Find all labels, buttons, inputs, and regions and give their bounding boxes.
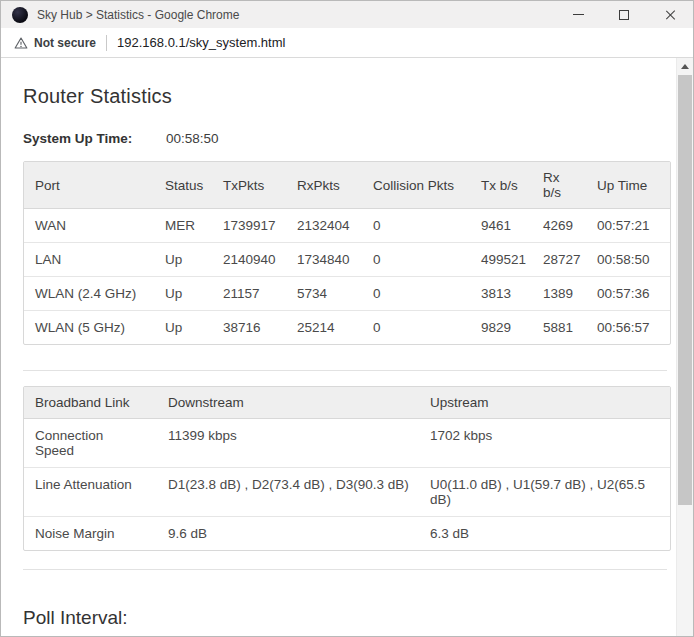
poll-interval-title: Poll Interval: (23, 607, 667, 629)
column-header-broadband-link: Broadband Link (24, 387, 157, 419)
scrollbar-thumb[interactable] (678, 75, 692, 505)
scroll-up-button[interactable] (677, 58, 693, 75)
not-secure-chip[interactable]: Not secure (14, 36, 96, 50)
table-row-wlan5: WLAN (5 GHz) Up 38716 25214 0 9829 5881 … (24, 311, 670, 344)
cell: 6.3 dB (419, 517, 670, 550)
cell: 00:57:21 (586, 209, 670, 243)
section-divider (23, 569, 667, 570)
system-up-time-value: 00:58:50 (166, 131, 219, 146)
cell: MER (154, 209, 212, 243)
cell: Up (154, 311, 212, 344)
table-row-wan: WAN MER 1739917 2132404 0 9461 4269 00:5… (24, 209, 670, 243)
cell: 4269 (532, 209, 586, 243)
section-divider (23, 370, 667, 371)
cell: 00:56:57 (586, 311, 670, 344)
close-button[interactable] (647, 1, 693, 28)
row-label: LAN (24, 243, 154, 277)
cell: 21157 (212, 277, 286, 311)
table-row-lan: LAN Up 2140940 1734840 0 499521 28727 00… (24, 243, 670, 277)
cell: 25214 (286, 311, 362, 344)
port-table-header-row: Port Status TxPkts RxPkts Collision Pkts… (24, 162, 670, 209)
table-row-connection-speed: Connection Speed 11399 kbps 1702 kbps (24, 419, 670, 468)
window-titlebar[interactable]: Sky Hub > Statistics - Google Chrome (1, 1, 693, 28)
row-label: WLAN (5 GHz) (24, 311, 154, 344)
column-header-status: Status (154, 162, 212, 209)
window-title: Sky Hub > Statistics - Google Chrome (37, 8, 555, 22)
browser-window: Sky Hub > Statistics - Google Chrome Not… (0, 0, 694, 637)
cell: 1734840 (286, 243, 362, 277)
maximize-button[interactable] (601, 1, 647, 28)
row-label: Noise Margin (24, 517, 157, 550)
cell: D1(23.8 dB) , D2(73.4 dB) , D3(90.3 dB) (157, 468, 419, 517)
broadband-table-header-row: Broadband Link Downstream Upstream (24, 387, 670, 419)
cell: 0 (362, 209, 470, 243)
column-header-uptime: Up Time (586, 162, 670, 209)
cell: 3813 (470, 277, 532, 311)
column-header-upstream: Upstream (419, 387, 670, 419)
cell: 1389 (532, 277, 586, 311)
cell: 9461 (470, 209, 532, 243)
system-up-time-label: System Up Time: (23, 131, 132, 146)
cell: 0 (362, 311, 470, 344)
cell: 1702 kbps (419, 419, 670, 468)
cell: 9.6 dB (157, 517, 419, 550)
maximize-icon (619, 10, 629, 20)
cell: 2140940 (212, 243, 286, 277)
cell: Up (154, 277, 212, 311)
cell: 28727 (532, 243, 586, 277)
cell: 0 (362, 277, 470, 311)
address-bar: Not secure 192.168.0.1/sky_system.html (1, 28, 693, 58)
column-header-port: Port (24, 162, 154, 209)
cell: 0 (362, 243, 470, 277)
cell: 5881 (532, 311, 586, 344)
window-controls (555, 1, 693, 28)
row-label: WAN (24, 209, 154, 243)
cell: 11399 kbps (157, 419, 419, 468)
up-arrow-icon (681, 64, 689, 69)
row-label: Connection Speed (24, 419, 157, 468)
warning-triangle-icon (14, 36, 28, 50)
page-content-area: Router Statistics System Up Time: 00:58:… (1, 58, 693, 636)
broadband-link-table: Broadband Link Downstream Upstream Conne… (23, 386, 671, 551)
row-label: Line Attenuation (24, 468, 157, 517)
cell: 1739917 (212, 209, 286, 243)
toolbar-divider (106, 35, 107, 51)
minimize-icon (573, 14, 584, 15)
cell: 00:58:50 (586, 243, 670, 277)
column-header-rxpkts: RxPkts (286, 162, 362, 209)
column-header-txpkts: TxPkts (212, 162, 286, 209)
cell: 499521 (470, 243, 532, 277)
system-up-time-row: System Up Time: 00:58:50 (23, 131, 667, 146)
table-row-wlan24: WLAN (2.4 GHz) Up 21157 5734 0 3813 1389… (24, 277, 670, 311)
cell: 00:57:36 (586, 277, 670, 311)
security-label: Not secure (34, 36, 96, 50)
column-header-downstream: Downstream (157, 387, 419, 419)
table-row-noise-margin: Noise Margin 9.6 dB 6.3 dB (24, 517, 670, 550)
cell: 38716 (212, 311, 286, 344)
table-row-line-attenuation: Line Attenuation D1(23.8 dB) , D2(73.4 d… (24, 468, 670, 517)
column-header-rxbs: Rx b/s (532, 162, 586, 209)
sky-favicon-icon (12, 7, 28, 23)
page-content: Router Statistics System Up Time: 00:58:… (1, 58, 676, 636)
cell: 2132404 (286, 209, 362, 243)
column-header-txbs: Tx b/s (470, 162, 532, 209)
url-text[interactable]: 192.168.0.1/sky_system.html (117, 35, 285, 50)
close-icon (664, 9, 676, 21)
page-title: Router Statistics (23, 85, 667, 108)
cell: U0(11.0 dB) , U1(59.7 dB) , U2(65.5 dB) (419, 468, 670, 517)
cell: 9829 (470, 311, 532, 344)
column-header-collision: Collision Pkts (362, 162, 470, 209)
port-statistics-table: Port Status TxPkts RxPkts Collision Pkts… (23, 161, 671, 345)
cell: 5734 (286, 277, 362, 311)
row-label: WLAN (2.4 GHz) (24, 277, 154, 311)
cell: Up (154, 243, 212, 277)
minimize-button[interactable] (555, 1, 601, 28)
vertical-scrollbar[interactable] (676, 58, 693, 636)
